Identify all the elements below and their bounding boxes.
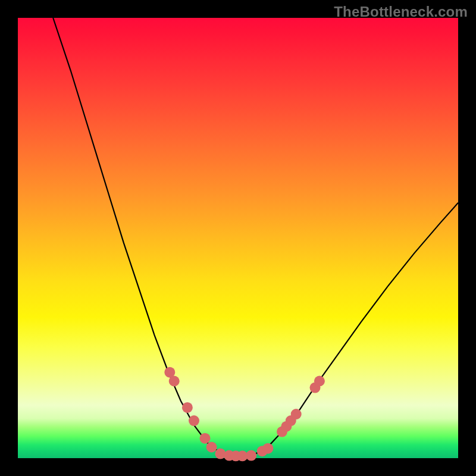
data-marker [200,433,211,444]
data-marker [189,415,199,426]
data-marker [206,442,217,453]
plot-area [18,18,458,458]
chart-frame: TheBottleneck.com [0,0,476,476]
data-marker [182,402,193,413]
data-marker [262,443,273,454]
data-marker [314,376,325,387]
watermark-text: TheBottleneck.com [334,4,468,20]
data-marker [291,409,302,419]
bottleneck-curve [53,18,458,456]
chart-svg [18,18,458,458]
data-marker [169,376,180,387]
data-marker [215,449,226,459]
data-marker [246,450,256,461]
